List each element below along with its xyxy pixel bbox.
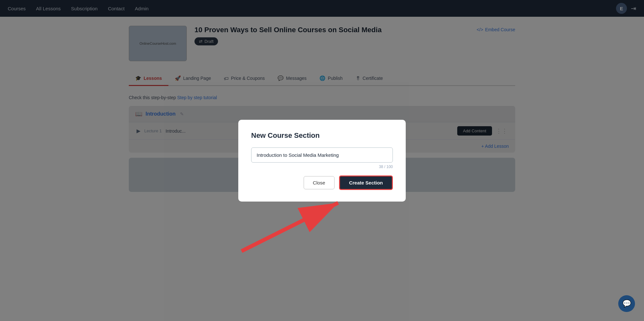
modal: New Course Section 38 / 100 Close Create… bbox=[238, 120, 406, 202]
close-button[interactable]: Close bbox=[304, 176, 335, 189]
chat-icon: 💬 bbox=[622, 299, 631, 308]
svg-line-1 bbox=[242, 203, 338, 251]
char-count: 38 / 100 bbox=[251, 165, 393, 169]
section-name-input[interactable] bbox=[251, 147, 393, 163]
modal-actions: Close Create Section bbox=[251, 175, 393, 190]
chat-button[interactable]: 💬 bbox=[618, 295, 635, 312]
create-section-button[interactable]: Create Section bbox=[339, 175, 393, 190]
modal-overlay: New Course Section 38 / 100 Close Create… bbox=[0, 0, 644, 321]
modal-title: New Course Section bbox=[251, 131, 393, 140]
